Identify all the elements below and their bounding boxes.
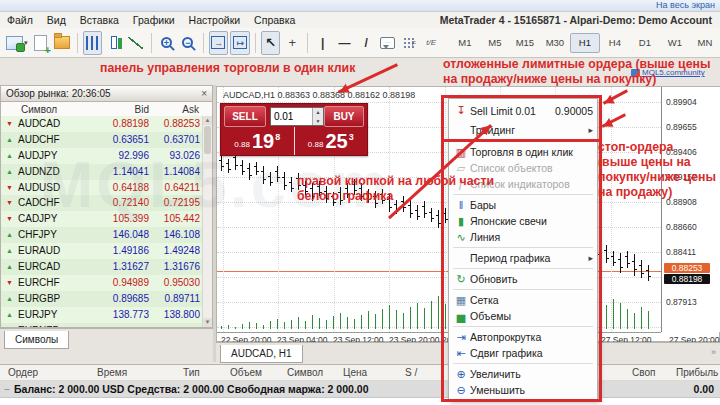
menu-item-sell-limit[interactable]: ↧Sell Limit 0.010.90005 bbox=[449, 101, 597, 120]
ask-cell: 1.31676 bbox=[149, 259, 203, 275]
cursor-button[interactable]: ↖ bbox=[261, 31, 281, 55]
close-icon[interactable]: × bbox=[201, 88, 207, 99]
market-row[interactable]: ▲EURJPY138.773138.800 bbox=[1, 307, 203, 323]
market-row[interactable]: ▲AUDJPY92.99693.026 bbox=[1, 148, 203, 164]
menu-item-zoom-in[interactable]: ⊕Увеличить bbox=[449, 366, 597, 382]
timeframe-M15[interactable]: M15 bbox=[510, 33, 540, 53]
volume-bar bbox=[256, 323, 257, 329]
one-click-trading-panel: SELL ▲ ▼ BUY 0.88 19 8 0.88 25 3 bbox=[220, 103, 368, 156]
open-tick bbox=[247, 168, 249, 169]
tab-symbols[interactable]: Символы bbox=[4, 331, 69, 349]
market-row[interactable]: ▲CHFJPY146.048146.108 bbox=[1, 227, 203, 243]
tab-audcad-h1[interactable]: AUDCAD, H1 bbox=[220, 345, 303, 363]
menubar-item[interactable]: Файл bbox=[0, 14, 40, 26]
market-row[interactable]: ▲AUDCHF0.636510.63701 bbox=[1, 132, 203, 148]
scroll-up-icon[interactable]: ▲ bbox=[203, 116, 212, 125]
menu-item-grid[interactable]: ▦Сетка bbox=[449, 292, 597, 308]
buy-button[interactable]: BUY bbox=[324, 106, 364, 127]
text-label-button[interactable]: ··· bbox=[378, 31, 398, 55]
menubar-item[interactable]: Графики bbox=[126, 14, 182, 26]
timeframe-H1[interactable]: H1 bbox=[570, 33, 600, 53]
new-order-button[interactable] bbox=[31, 31, 51, 55]
ohlc-bar bbox=[312, 183, 313, 201]
menu-item-autoscroll[interactable]: ⇥Автопрокрутка bbox=[449, 329, 597, 345]
bar-chart-button[interactable] bbox=[83, 31, 103, 55]
cycle-lines-button[interactable]: t/E bbox=[421, 31, 441, 55]
market-row[interactable]: ▼CADCHF0.721400.72195 bbox=[1, 195, 203, 211]
market-row[interactable]: ▲AUDNZD1.140411.14084 bbox=[1, 164, 203, 180]
scrollbar-thumb[interactable] bbox=[204, 126, 211, 154]
close-tick bbox=[628, 263, 630, 264]
autoscroll-button[interactable]: → bbox=[209, 31, 229, 55]
menu-item-candlesticks[interactable]: ▮Японские свечи bbox=[449, 213, 597, 229]
market-row[interactable]: ▼AUDUSD0.641880.64211 bbox=[1, 180, 203, 196]
collapse-icon[interactable]: – bbox=[0, 384, 14, 394]
timeframe-W1[interactable]: W1 bbox=[660, 33, 690, 53]
ohlc-bar bbox=[221, 155, 222, 171]
down-arrow-icon: ▼ bbox=[6, 275, 18, 291]
panel-splitter[interactable] bbox=[213, 85, 216, 362]
menu-item-bars[interactable]: ‖Бары bbox=[449, 197, 597, 213]
balance-row[interactable]: – Баланс: 2 000.00 USD Средства: 2 000.0… bbox=[0, 381, 720, 398]
market-row[interactable]: ▼EURCHF0.949890.95030 bbox=[1, 275, 203, 291]
menu-item-chart-shift[interactable]: ⇤Сдвиг графика bbox=[449, 345, 597, 361]
timeframe-M1[interactable]: M1 bbox=[450, 33, 480, 53]
column-ask[interactable]: Ask bbox=[149, 104, 199, 115]
ask-price-display[interactable]: 0.88 25 3 bbox=[294, 127, 368, 155]
toolbar-separator bbox=[77, 33, 78, 53]
mql5-community-link[interactable]: MQL5.community bbox=[631, 68, 705, 77]
vertical-line-button[interactable]: | bbox=[313, 31, 333, 55]
menu-item-trading[interactable]: Трейдинг▸ bbox=[449, 120, 597, 139]
column-bid[interactable]: Bid bbox=[92, 104, 149, 115]
zoom-out-button[interactable]: − bbox=[178, 31, 198, 55]
trendline-button[interactable]: / bbox=[356, 31, 376, 55]
terminal-column: S / bbox=[405, 367, 417, 378]
crosshair-button[interactable]: + bbox=[282, 31, 302, 55]
menubar-item[interactable]: Вид bbox=[40, 14, 73, 26]
fibonacci-button[interactable]: F bbox=[400, 31, 420, 55]
menu-item-volumes[interactable]: ▅Объемы bbox=[449, 308, 597, 324]
line-chart-button[interactable] bbox=[126, 31, 146, 55]
zoom-in-button[interactable]: + bbox=[156, 31, 176, 55]
menu-item-line-chart[interactable]: ∿Линия bbox=[449, 229, 597, 245]
menu-item-zoom-out[interactable]: ⊖Уменьшить bbox=[449, 382, 597, 398]
stepper-down-icon[interactable]: ▼ bbox=[313, 117, 323, 126]
market-row[interactable]: ▼EURNZD bbox=[1, 323, 203, 327]
bid-price-display[interactable]: 0.88 19 8 bbox=[221, 127, 294, 155]
menu-item-one-click-trading[interactable]: ▥Торговля в один клик bbox=[449, 144, 597, 160]
market-watch-scrollbar[interactable]: ▲ ▼ bbox=[202, 116, 212, 327]
price-axis[interactable]: 0.88253 0.88198 0.899040.896550.894060.8… bbox=[661, 87, 720, 332]
tab-scroll-icon[interactable]: » bbox=[711, 347, 716, 357]
timeframe-H4[interactable]: H4 bbox=[600, 33, 630, 53]
horizontal-line-button[interactable]: — bbox=[335, 31, 355, 55]
stepper-up-icon[interactable]: ▲ bbox=[313, 108, 323, 117]
timeframe-M30[interactable]: M30 bbox=[540, 33, 570, 53]
new-chart-button[interactable]: ▾ bbox=[5, 31, 29, 55]
market-row[interactable]: ▲EURAUD1.491861.49248 bbox=[1, 243, 203, 259]
timeframe-MN[interactable]: MN bbox=[690, 33, 720, 53]
menubar-item[interactable]: Настройки bbox=[182, 14, 248, 26]
profiles-button[interactable] bbox=[52, 31, 72, 55]
market-row[interactable]: ▼CADJPY105.399105.442 bbox=[1, 211, 203, 227]
menu-item-chart-period[interactable]: Период графика▸ bbox=[449, 250, 597, 266]
chart-shift-button[interactable]: ↦ bbox=[230, 31, 250, 55]
price-label: 0.89406 bbox=[666, 147, 697, 157]
market-watch-panel: Обзор рынка: 20:36:05 × Символ Bid Ask ▼… bbox=[0, 85, 213, 328]
market-row[interactable]: ▼AUDCAD0.881980.88253 bbox=[1, 116, 203, 132]
menubar-item[interactable]: Справка bbox=[247, 14, 302, 26]
candlestick-chart-button[interactable] bbox=[104, 31, 124, 55]
timeframe-M5[interactable]: M5 bbox=[480, 33, 510, 53]
menubar-item[interactable]: Вставка bbox=[73, 14, 126, 26]
menu-item-refresh[interactable]: ↻Обновить bbox=[449, 271, 597, 287]
timeframe-D1[interactable]: D1 bbox=[630, 33, 660, 53]
fullscreen-link[interactable]: На весь экран bbox=[656, 0, 715, 10]
column-symbol[interactable]: Символ bbox=[21, 104, 57, 115]
sell-button[interactable]: SELL bbox=[224, 106, 266, 127]
market-row[interactable]: ▲EURGBP0.896850.89711 bbox=[1, 291, 203, 307]
volume-bar bbox=[613, 299, 614, 329]
mql5-icon bbox=[631, 69, 640, 77]
scroll-down-icon[interactable]: ▼ bbox=[203, 318, 212, 327]
volume-input[interactable] bbox=[271, 110, 312, 123]
market-row[interactable]: ▲EURCAD1.316271.31676 bbox=[1, 259, 203, 275]
one-click-icon: ▥ bbox=[452, 146, 470, 159]
